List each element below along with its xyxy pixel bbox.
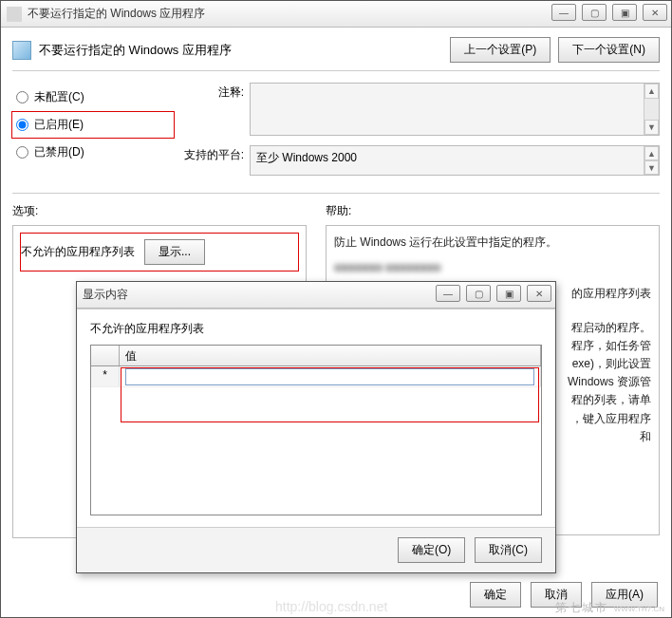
dialog-footer: 确定(O) 取消(C) bbox=[77, 527, 555, 572]
radio-label: 未配置(C) bbox=[34, 89, 84, 105]
close-button[interactable]: ✕ bbox=[643, 4, 667, 21]
header-row: 不要运行指定的 Windows 应用程序 上一个设置(P) 下一个设置(N) bbox=[12, 37, 660, 71]
radio-not-configured[interactable]: 未配置(C) bbox=[12, 84, 174, 110]
scrollbar[interactable]: ▲▼ bbox=[644, 146, 659, 175]
grid-header: 值 bbox=[91, 346, 541, 366]
grid-header-marker bbox=[91, 346, 120, 365]
comment-row: 注释: ▲▼ bbox=[174, 83, 660, 136]
value-grid[interactable]: 值 * bbox=[90, 345, 542, 515]
ok-button[interactable]: 确定 bbox=[470, 582, 521, 608]
radio-enabled[interactable]: 已启用(E) bbox=[12, 112, 174, 138]
show-contents-dialog: 显示内容 — ▢ ▣ ✕ 不允许的应用程序列表 值 * 确定(O) 取消(C) bbox=[76, 281, 556, 573]
dialog-body-label: 不允许的应用程序列表 bbox=[90, 321, 542, 337]
platform-textarea: 至少 Windows 2000 ▲▼ bbox=[250, 145, 660, 176]
policy-icon bbox=[12, 41, 31, 60]
nav-buttons: 上一个设置(P) 下一个设置(N) bbox=[450, 37, 660, 63]
header-title: 不要运行指定的 Windows 应用程序 bbox=[39, 42, 450, 59]
maximize-button[interactable]: ▣ bbox=[612, 4, 637, 21]
radio-label: 已启用(E) bbox=[34, 117, 84, 133]
window-controls: — ▢ ▣ ✕ bbox=[551, 4, 667, 21]
grid-value-input[interactable] bbox=[125, 368, 534, 385]
cancel-button[interactable]: 取消 bbox=[531, 582, 582, 608]
dialog-body: 不允许的应用程序列表 值 * bbox=[77, 309, 555, 527]
comment-textarea[interactable]: ▲▼ bbox=[250, 83, 660, 136]
apply-button[interactable]: 应用(A) bbox=[591, 582, 658, 608]
radio-enabled-input[interactable] bbox=[16, 119, 28, 131]
grid-new-row-value-cell[interactable] bbox=[120, 366, 541, 386]
config-area: 未配置(C) 已启用(E) 已禁用(D) 注释: ▲▼ bbox=[12, 71, 660, 194]
help-blurred: ■■■■■■■ ■■■■■■■■ bbox=[334, 259, 651, 277]
restore-button[interactable]: ▢ bbox=[582, 4, 607, 21]
dialog-close-button[interactable]: ✕ bbox=[527, 285, 551, 302]
radio-not-configured-input[interactable] bbox=[16, 91, 28, 103]
dialog-ok-button[interactable]: 确定(O) bbox=[398, 537, 465, 563]
help-label: 帮助: bbox=[326, 201, 660, 225]
next-setting-button[interactable]: 下一个设置(N) bbox=[558, 37, 660, 63]
help-line: 防止 Windows 运行在此设置中指定的程序。 bbox=[334, 234, 651, 252]
disallowed-apps-option: 不允许的应用程序列表 显示... bbox=[21, 234, 298, 271]
options-label: 选项: bbox=[12, 201, 307, 225]
dialog-restore-button[interactable]: ▢ bbox=[466, 285, 491, 302]
dialog-cancel-button[interactable]: 取消(C) bbox=[475, 537, 542, 563]
app-icon bbox=[7, 7, 22, 22]
radio-label: 已禁用(D) bbox=[34, 144, 84, 160]
platform-row: 支持的平台: 至少 Windows 2000 ▲▼ bbox=[174, 145, 660, 176]
radio-group: 未配置(C) 已启用(E) 已禁用(D) bbox=[12, 83, 174, 185]
grid-header-value: 值 bbox=[120, 346, 541, 365]
titlebar: 不要运行指定的 Windows 应用程序 — ▢ ▣ ✕ bbox=[1, 1, 671, 28]
radio-disabled-input[interactable] bbox=[16, 146, 28, 159]
platform-label: 支持的平台: bbox=[174, 145, 250, 176]
footer-buttons: 确定 取消 应用(A) bbox=[470, 582, 658, 608]
scrollbar[interactable]: ▲▼ bbox=[644, 84, 659, 135]
dialog-minimize-button[interactable]: — bbox=[436, 285, 460, 302]
comment-label: 注释: bbox=[174, 83, 250, 136]
minimize-button[interactable]: — bbox=[551, 4, 576, 21]
grid-new-row-marker: * bbox=[91, 366, 120, 386]
right-column: 注释: ▲▼ 支持的平台: 至少 Windows 2000 ▲▼ bbox=[174, 83, 660, 185]
show-list-button[interactable]: 显示... bbox=[144, 239, 205, 265]
previous-setting-button[interactable]: 上一个设置(P) bbox=[450, 37, 551, 63]
dialog-titlebar: 显示内容 — ▢ ▣ ✕ bbox=[77, 282, 555, 309]
platform-value: 至少 Windows 2000 bbox=[256, 151, 357, 164]
dialog-maximize-button[interactable]: ▣ bbox=[496, 285, 521, 302]
grid-new-row[interactable]: * bbox=[91, 366, 541, 387]
option-label: 不允许的应用程序列表 bbox=[21, 244, 135, 260]
radio-disabled[interactable]: 已禁用(D) bbox=[12, 140, 174, 165]
dialog-window-controls: — ▢ ▣ ✕ bbox=[436, 285, 551, 302]
